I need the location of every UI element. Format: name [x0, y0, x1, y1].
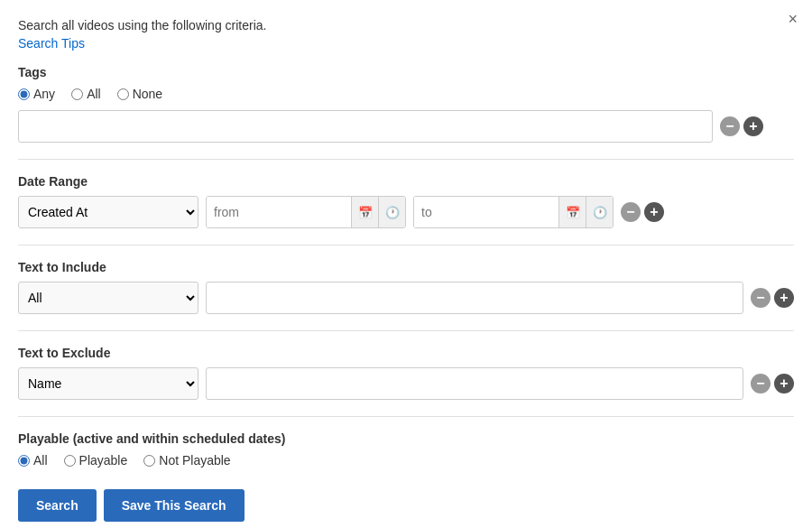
tags-input[interactable] — [18, 110, 713, 143]
text-include-field-select[interactable]: All Name Description Tags — [18, 282, 198, 314]
text-include-row-controls: − + — [751, 288, 794, 308]
date-to-calendar-icon[interactable]: 📅 — [558, 197, 586, 227]
tags-radio-none[interactable]: None — [117, 87, 162, 101]
search-tips-link[interactable]: Search Tips — [18, 36, 85, 51]
tags-radio-none-input[interactable] — [117, 88, 129, 100]
playable-label: Playable (active and within scheduled da… — [18, 431, 794, 446]
tags-radio-none-label: None — [133, 87, 162, 101]
date-add-button[interactable]: + — [644, 202, 664, 222]
date-from-clock-icon[interactable]: 🕐 — [378, 197, 405, 227]
date-range-section: Date Range Created At Updated At Publish… — [18, 174, 794, 228]
text-exclude-add-button[interactable]: + — [774, 374, 794, 394]
close-button[interactable]: × — [788, 11, 798, 27]
tags-radio-any-input[interactable] — [18, 88, 30, 100]
playable-radio-not-playable-label: Not Playable — [159, 453, 230, 468]
divider-4 — [18, 416, 794, 417]
text-exclude-row: Name Description Tags All − + — [18, 367, 794, 400]
date-row-controls: − + — [621, 202, 664, 222]
playable-radio-not-playable[interactable]: Not Playable — [143, 453, 230, 468]
playable-section: Playable (active and within scheduled da… — [18, 431, 794, 468]
text-exclude-label: Text to Exclude — [18, 346, 794, 360]
text-include-add-button[interactable]: + — [774, 288, 794, 308]
tags-radio-all[interactable]: All — [71, 87, 101, 101]
tags-radio-all-label: All — [87, 87, 101, 101]
text-exclude-field-select[interactable]: Name Description Tags All — [18, 367, 198, 400]
search-button[interactable]: Search — [18, 489, 97, 522]
playable-radio-playable[interactable]: Playable — [64, 453, 128, 468]
tags-radio-any[interactable]: Any — [18, 87, 55, 101]
tags-input-row: − + — [18, 110, 794, 143]
date-from-input[interactable] — [207, 197, 351, 227]
tags-radio-group: Any All None — [18, 87, 794, 101]
text-exclude-input[interactable] — [206, 367, 743, 400]
text-exclude-section: Text to Exclude Name Description Tags Al… — [18, 346, 794, 400]
playable-radio-all-input[interactable] — [18, 455, 30, 467]
date-to-clock-icon[interactable]: 🕐 — [586, 197, 613, 227]
tags-radio-any-label: Any — [33, 87, 55, 101]
text-include-row: All Name Description Tags − + — [18, 282, 794, 314]
playable-radio-all-label: All — [33, 453, 48, 468]
date-from-calendar-icon[interactable]: 📅 — [351, 197, 378, 227]
date-field-select[interactable]: Created At Updated At Published At — [18, 196, 198, 228]
text-include-remove-button[interactable]: − — [751, 288, 770, 308]
divider-3 — [18, 330, 794, 331]
divider-1 — [18, 159, 794, 160]
tags-remove-button[interactable]: − — [720, 116, 740, 136]
playable-radio-all[interactable]: All — [18, 453, 48, 468]
save-search-button[interactable]: Save This Search — [104, 489, 245, 522]
tags-label: Tags — [18, 65, 794, 79]
text-exclude-row-controls: − + — [751, 374, 794, 394]
playable-radio-playable-label: Playable — [79, 453, 128, 468]
tags-row-controls: − + — [720, 116, 763, 136]
text-include-label: Text to Include — [18, 260, 794, 274]
playable-radio-group: All Playable Not Playable — [18, 453, 794, 468]
divider-2 — [18, 245, 794, 245]
playable-radio-playable-input[interactable] — [64, 455, 76, 467]
date-to-input[interactable] — [414, 197, 558, 227]
date-range-row: Created At Updated At Published At 📅 🕐 📅… — [18, 196, 794, 228]
text-exclude-remove-button[interactable]: − — [751, 374, 770, 394]
date-from-wrapper: 📅 🕐 — [206, 196, 406, 228]
intro-text: Search all videos using the following cr… — [18, 18, 794, 32]
tags-add-button[interactable]: + — [743, 116, 763, 136]
text-include-input[interactable] — [206, 282, 743, 314]
text-include-section: Text to Include All Name Description Tag… — [18, 260, 794, 314]
tags-radio-all-input[interactable] — [71, 88, 83, 100]
button-row: Search Save This Search — [18, 489, 794, 522]
date-remove-button[interactable]: − — [621, 202, 641, 222]
date-range-label: Date Range — [18, 174, 794, 189]
date-to-wrapper: 📅 🕐 — [413, 196, 614, 228]
playable-radio-not-playable-input[interactable] — [143, 455, 155, 467]
